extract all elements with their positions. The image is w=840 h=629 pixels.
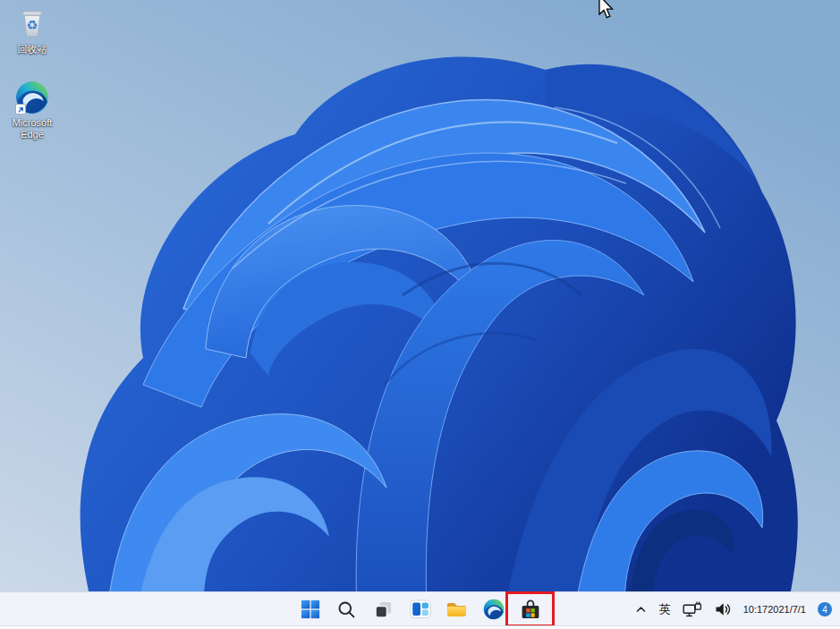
taskbar-system-tray: 英 10:17 202 [632, 592, 840, 626]
task-view-button[interactable] [371, 597, 396, 622]
clock-date: 2021/7/1 [768, 604, 806, 616]
clock[interactable]: 10:17 2021/7/1 [742, 597, 808, 622]
network-ethernet-icon [683, 601, 703, 617]
desktop-icon-label: 回收站 [18, 44, 47, 55]
search-button[interactable] [335, 597, 360, 622]
store-button[interactable] [518, 597, 543, 622]
taskbar: 英 10:17 202 [0, 591, 840, 629]
store-icon [520, 599, 541, 620]
edge-button[interactable] [481, 597, 506, 622]
desktop-icon-label: Microsoft Edge [4, 117, 61, 140]
desktop-icon-microsoft-edge[interactable]: Microsoft Edge [4, 81, 61, 140]
recycle-bin-icon: ♻ [15, 7, 49, 41]
clock-time: 10:17 [743, 604, 768, 616]
search-icon [337, 600, 356, 619]
notification-badge[interactable]: 4 [818, 602, 832, 616]
edge-icon [483, 599, 505, 620]
taskbar-center-icons [298, 592, 543, 626]
windows-desktop: ♻ 回收站 [0, 0, 840, 629]
show-hidden-icons-button[interactable] [632, 597, 649, 622]
taskbar-bottom-strip [0, 625, 840, 629]
windows-logo-icon [301, 599, 320, 619]
edge-icon [15, 81, 49, 115]
chevron-up-icon [634, 603, 648, 616]
file-explorer-button[interactable] [445, 597, 470, 622]
desktop-icon-recycle-bin[interactable]: ♻ 回收站 [4, 7, 61, 55]
shortcut-arrow-icon [15, 104, 26, 115]
ime-language-indicator[interactable]: 英 [658, 597, 673, 622]
file-explorer-icon [445, 599, 468, 619]
volume-button[interactable] [713, 597, 734, 622]
task-view-icon [373, 599, 394, 620]
svg-text:♻: ♻ [27, 18, 38, 32]
speaker-icon [715, 601, 732, 617]
widgets-button[interactable] [408, 597, 433, 622]
widgets-icon [410, 599, 431, 619]
network-button[interactable] [681, 597, 705, 622]
start-button[interactable] [298, 597, 323, 622]
wallpaper-bloom [0, 0, 840, 629]
